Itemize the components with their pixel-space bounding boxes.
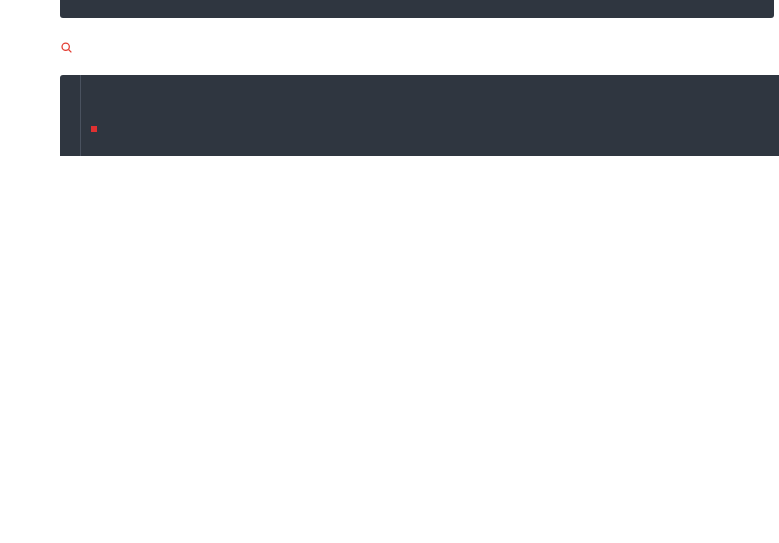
highlight-box [91, 126, 97, 132]
search-icon[interactable] [60, 41, 73, 57]
code-gutter [60, 75, 81, 156]
previous-code-block-bottom [60, 0, 774, 18]
code-content [81, 75, 779, 156]
svg-line-1 [69, 50, 72, 53]
code-block [60, 75, 779, 156]
step-one-text [60, 40, 779, 57]
left-vertical-strip [0, 0, 30, 543]
svg-point-0 [62, 43, 69, 50]
